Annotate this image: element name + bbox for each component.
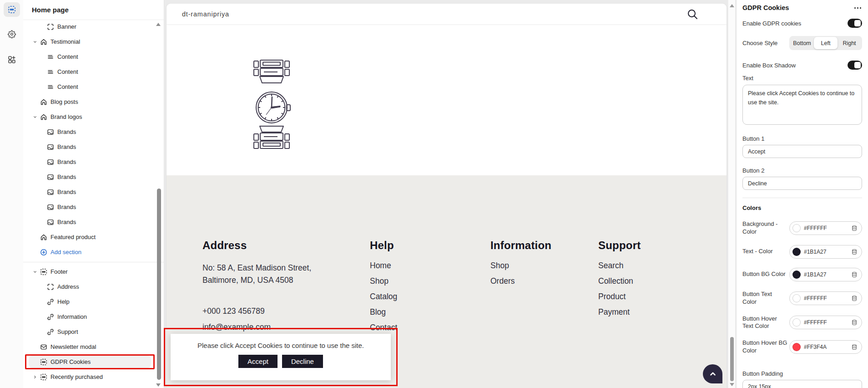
color-field[interactable]: #FFFFFF — [789, 291, 862, 305]
footer-link[interactable]: Product — [598, 292, 641, 301]
sidebar-item-label: Newsletter modal — [50, 343, 96, 350]
button1-label: Button 1 — [742, 135, 862, 142]
sidebar-item-information[interactable]: Information — [29, 309, 151, 324]
stack-icon — [851, 249, 858, 255]
footer-phone[interactable]: +000 123 456789 — [202, 306, 366, 316]
add-icon — [40, 249, 47, 256]
scroll-to-top-button[interactable] — [703, 364, 722, 383]
footer-link[interactable]: Payment — [598, 307, 641, 317]
sidebar-item-brands[interactable]: Brands — [29, 124, 151, 139]
color-setting-row: Button Hover BG Color#FF3F4A — [742, 339, 862, 355]
color-field[interactable]: #1B1A27 — [789, 245, 862, 259]
preview-scrollbar-down-arrow[interactable] — [730, 383, 734, 386]
chevron-down-icon[interactable] — [33, 40, 37, 44]
banner-text-input[interactable]: Please click Accept Cookies to continue … — [742, 85, 862, 125]
sidebar-item-brands[interactable]: Brands — [29, 139, 151, 154]
style-option-left[interactable]: Left — [814, 37, 838, 49]
sidebar-item-label: Support — [57, 328, 78, 335]
sidebar-item-testimonial[interactable]: Testimonial — [29, 34, 151, 49]
sidebar-item-featured-product[interactable]: Featured product — [29, 230, 151, 245]
sidebar-item-recently-purchased[interactable]: Recently purchased — [29, 369, 151, 384]
sidebar-item-brands[interactable]: Brands — [29, 214, 151, 230]
footer-link[interactable]: Search — [598, 261, 641, 271]
color-label: Background - Color — [742, 220, 789, 236]
footer-link[interactable]: Blog — [370, 307, 397, 317]
preview-scrollbar-track[interactable] — [728, 0, 735, 388]
sidebar-item-brands[interactable]: Brands — [29, 154, 151, 169]
sidebar-item-content[interactable]: Content — [29, 49, 151, 64]
apps-nav-button[interactable] — [4, 52, 20, 67]
sidebar-item-blog-posts[interactable]: Blog posts — [29, 94, 151, 109]
sidebar-item-gdpr-cookies[interactable]: GDPR Cookies — [29, 356, 151, 368]
image-icon — [47, 204, 54, 211]
image-icon — [47, 143, 54, 151]
button1-input[interactable] — [742, 145, 862, 158]
enable-gdpr-toggle[interactable] — [848, 19, 862, 28]
sidebar-item-footer[interactable]: Footer — [29, 264, 151, 279]
sidebar-scrollbar-thumb[interactable] — [157, 189, 161, 380]
color-field[interactable]: #1B1A27 — [789, 268, 862, 281]
sidebar-item-add-section[interactable]: Add section — [29, 245, 151, 260]
theme-settings-nav-button[interactable] — [4, 27, 20, 41]
footer-link[interactable]: Orders — [490, 276, 551, 286]
sidebar-item-address[interactable]: Address — [29, 279, 151, 294]
color-field[interactable]: #FFFFFF — [789, 221, 862, 235]
style-option-bottom[interactable]: Bottom — [790, 37, 814, 49]
color-hex-value: #1B1A27 — [804, 271, 848, 278]
lines-icon — [47, 68, 54, 76]
sidebar-item-label: Help — [57, 298, 70, 305]
footer-link[interactable]: Shop — [490, 261, 551, 271]
button-padding-input[interactable] — [742, 380, 862, 388]
footer-link[interactable]: Home — [370, 261, 397, 271]
choose-style-label: Choose Style — [742, 40, 777, 46]
color-label: Button Text Color — [742, 291, 789, 306]
accept-button[interactable]: Accept — [238, 355, 278, 368]
button2-input[interactable] — [742, 177, 862, 190]
scrollbar-up-arrow[interactable] — [156, 23, 161, 26]
panel-header: GDPR Cookies — [742, 4, 862, 11]
preview-scrollbar-thumb[interactable] — [730, 337, 734, 381]
sidebar-item-help[interactable]: Help — [29, 294, 151, 309]
search-icon[interactable] — [686, 8, 698, 20]
sidebar-item-brands[interactable]: Brands — [29, 199, 151, 214]
color-field[interactable]: #FF3F4A — [789, 340, 862, 354]
box-shadow-label: Enable Box Shadow — [742, 62, 796, 69]
sections-nav-button[interactable] — [4, 2, 20, 17]
color-hex-value: #1B1A27 — [804, 249, 848, 255]
style-segmented-control: BottomLeftRight — [789, 36, 862, 50]
color-field[interactable]: #FFFFFF — [789, 316, 862, 329]
color-setting-row: Button Text Color#FFFFFF — [742, 291, 862, 306]
link-icon — [47, 328, 54, 336]
sidebar-item-banner[interactable]: Banner — [29, 19, 151, 34]
chevron-down-icon[interactable] — [33, 115, 37, 119]
home-icon — [40, 234, 47, 241]
chevron-right-icon[interactable] — [33, 375, 37, 379]
sidebar-item-label: Content — [57, 83, 78, 90]
sidebar-item-brands[interactable]: Brands — [29, 184, 151, 199]
color-settings: Background - Color#FFFFFFText - Color#1B… — [742, 220, 862, 355]
sidebar-item-content[interactable]: Content — [29, 79, 151, 94]
box-shadow-toggle[interactable] — [848, 61, 862, 70]
preview-scrollbar-up-arrow[interactable] — [730, 4, 734, 7]
sidebar-item-label: Brands — [57, 143, 76, 150]
sidebar-item-label: Brands — [57, 204, 76, 210]
sidebar-item-content[interactable]: Content — [29, 64, 151, 79]
sections-icon — [40, 268, 47, 276]
footer-link[interactable]: Catalog — [370, 292, 397, 301]
style-option-right[interactable]: Right — [838, 37, 861, 49]
decline-button[interactable]: Decline — [282, 355, 323, 368]
sidebar-item-brand-logos[interactable]: Brand logos — [29, 109, 151, 124]
footer-link[interactable]: Shop — [370, 276, 397, 286]
sidebar-item-label: Brands — [57, 174, 76, 180]
sidebar-item-label: Testimonial — [50, 38, 80, 45]
scrollbar-down-arrow[interactable] — [156, 383, 161, 387]
color-swatch — [792, 294, 801, 302]
footer-link[interactable]: Collection — [598, 276, 641, 286]
sidebar-item-support[interactable]: Support — [29, 324, 151, 339]
sidebar-item-brands[interactable]: Brands — [29, 169, 151, 184]
kebab-menu-icon[interactable] — [853, 5, 862, 10]
panel-title: GDPR Cookies — [742, 4, 789, 11]
chevron-down-icon[interactable] — [33, 270, 37, 274]
sidebar-item-newsletter-modal[interactable]: Newsletter modal — [29, 339, 151, 354]
store-logo[interactable]: dt-ramanipriya — [182, 10, 229, 18]
